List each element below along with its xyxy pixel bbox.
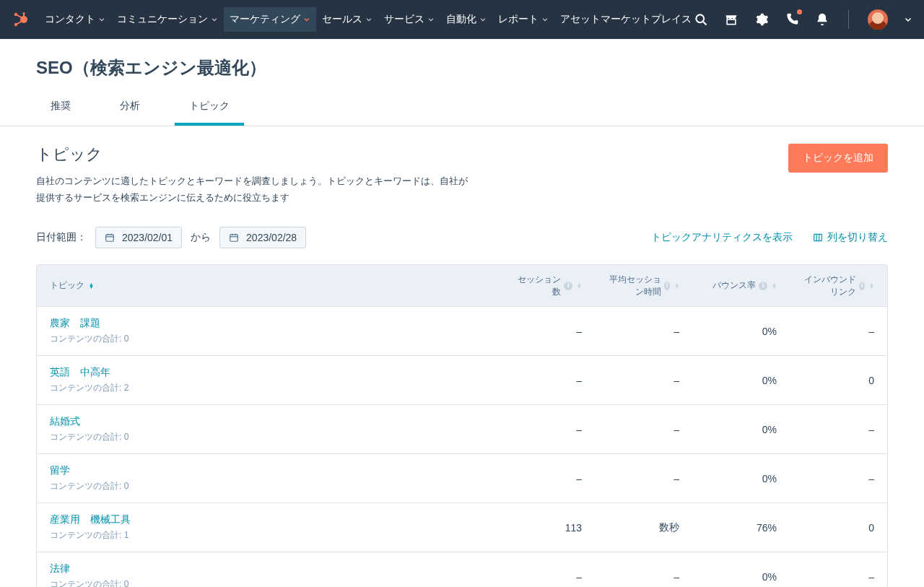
search-icon[interactable] <box>694 12 708 27</box>
cell-sessions: – <box>497 424 595 435</box>
topic-link[interactable]: 農家 課題 <box>50 317 484 330</box>
sort-icon: ▲▼ <box>577 283 582 289</box>
cell-avg: – <box>595 326 692 337</box>
topic-link[interactable]: 留学 <box>50 464 484 477</box>
analytics-link[interactable]: トピックアナリティクスを表示 <box>651 231 793 244</box>
date-from-value: 2023/02/01 <box>122 232 173 243</box>
topics-table: トピック ▲▼ セッション数 i ▲▼ 平均セッション時間 i ▲▼ バウンス率… <box>36 264 888 587</box>
tab-0[interactable]: 推奨 <box>36 92 85 126</box>
date-from-input[interactable]: 2023/02/01 <box>95 227 182 248</box>
date-range-label: 日付範囲： <box>36 231 87 244</box>
topic-content-total: コンテンツの合計: 0 <box>50 578 484 587</box>
svg-rect-6 <box>727 19 736 25</box>
cell-avg: – <box>595 375 692 386</box>
cell-sessions: 113 <box>497 522 595 534</box>
chevron-down-icon <box>427 16 435 23</box>
page-title: SEO（検索エンジン最適化） <box>36 56 888 79</box>
nav-item-label: コミュニケーション <box>117 13 208 26</box>
sort-icon: ▲▼ <box>89 283 94 289</box>
topic-link[interactable]: 結婚式 <box>50 415 484 428</box>
cell-value: – <box>868 571 874 583</box>
date-range-separator: から <box>191 231 211 244</box>
cell-value: – <box>868 473 874 484</box>
hubspot-logo[interactable] <box>12 11 29 28</box>
svg-rect-11 <box>230 235 238 241</box>
date-to-value: 2023/02/28 <box>246 232 297 243</box>
toggle-columns-link[interactable]: 列を切り替え <box>813 231 888 244</box>
phone-icon[interactable] <box>785 12 799 27</box>
cell-bounce: 76% <box>692 522 790 534</box>
gear-icon[interactable] <box>754 12 769 27</box>
topic-content-total: コンテンツの合計: 1 <box>50 529 484 542</box>
cell-value: 0% <box>762 424 777 435</box>
date-range: 日付範囲： 2023/02/01 から 2023/02/28 <box>36 227 306 248</box>
nav-item-1[interactable]: コミュニケーション <box>111 7 224 32</box>
calendar-icon <box>229 232 239 243</box>
nav-item-label: マーケティング <box>230 13 300 26</box>
tab-1[interactable]: 分析 <box>105 92 154 126</box>
th-avg-session[interactable]: 平均セッション時間 i ▲▼ <box>595 265 692 307</box>
cell-value: 0 <box>868 375 874 386</box>
nav-item-label: コンタクト <box>45 13 95 26</box>
nav-item-4[interactable]: サービス <box>378 7 440 32</box>
cell-value: 数秒 <box>659 521 679 534</box>
cell-bounce: 0% <box>692 473 790 484</box>
nav-item-7[interactable]: アセットマーケットプレイス <box>554 7 691 32</box>
cell-sessions: – <box>497 571 595 583</box>
page-content: トピック 自社のコンテンツに適したトピックとキーワードを調査しましょう。トピック… <box>0 126 924 587</box>
add-topic-button[interactable]: トピックを追加 <box>788 144 888 173</box>
chevron-down-icon <box>479 16 487 23</box>
topic-content-total: コンテンツの合計: 0 <box>50 431 484 443</box>
date-to-input[interactable]: 2023/02/28 <box>219 227 306 248</box>
cell-value: – <box>674 375 679 386</box>
table-row: 法律コンテンツの合計: 0––0%– <box>37 552 887 587</box>
nav-item-label: 自動化 <box>446 13 476 26</box>
nav-item-6[interactable]: レポート <box>492 7 554 32</box>
section-header: トピック 自社のコンテンツに適したトピックとキーワードを調査しましょう。トピック… <box>36 144 888 206</box>
th-topic[interactable]: トピック ▲▼ <box>37 265 497 307</box>
account-chevron-down-icon[interactable] <box>904 12 912 27</box>
cell-value: 0 <box>868 522 874 534</box>
cell-topic: 留学コンテンツの合計: 0 <box>37 464 497 492</box>
nav-item-label: レポート <box>498 13 539 26</box>
tab-2[interactable]: トピック <box>175 92 244 126</box>
topic-content-total: コンテンツの合計: 0 <box>50 333 484 345</box>
cell-sessions: – <box>497 375 595 386</box>
nav-item-0[interactable]: コンタクト <box>39 7 111 32</box>
nav-item-3[interactable]: セールス <box>316 7 378 32</box>
marketplace-icon[interactable] <box>724 12 738 27</box>
th-inbound[interactable]: インバウンドリンク i ▲▼ <box>790 265 887 307</box>
svg-rect-15 <box>814 234 822 240</box>
cell-sessions: – <box>497 326 595 337</box>
cell-inbound: – <box>790 571 887 583</box>
cell-inbound: 0 <box>790 522 887 534</box>
cell-value: 76% <box>757 522 777 534</box>
table-row: 英語 中高年コンテンツの合計: 2––0%0 <box>37 356 887 405</box>
table-row: 農家 課題コンテンツの合計: 0––0%– <box>37 307 887 356</box>
page-header: SEO（検索エンジン最適化） 推奨分析トピック <box>0 39 924 126</box>
cell-topic: 産業用 機械工具コンテンツの合計: 1 <box>37 513 497 542</box>
section-title: トピック <box>36 144 469 165</box>
th-sessions[interactable]: セッション数 i ▲▼ <box>497 265 595 307</box>
chevron-down-icon <box>541 16 549 23</box>
controls-row: 日付範囲： 2023/02/01 から 2023/02/28 トピックアナリティ… <box>36 227 888 248</box>
cell-bounce: 0% <box>692 326 790 337</box>
avatar[interactable] <box>868 9 888 30</box>
topic-link[interactable]: 英語 中高年 <box>50 366 484 379</box>
th-bounce[interactable]: バウンス率 i ▲▼ <box>692 265 790 307</box>
sort-icon: ▲▼ <box>869 283 874 289</box>
cell-bounce: 0% <box>692 424 790 435</box>
nav-item-2[interactable]: マーケティング <box>224 7 316 32</box>
nav-item-5[interactable]: 自動化 <box>440 7 492 32</box>
cell-value: – <box>576 326 582 337</box>
chevron-down-icon <box>303 16 310 23</box>
cell-value: – <box>868 424 874 435</box>
cell-value: 0% <box>762 326 777 337</box>
cell-value: 0% <box>762 375 777 386</box>
cell-value: – <box>674 473 679 484</box>
topic-link[interactable]: 法律 <box>50 562 484 575</box>
topic-link[interactable]: 産業用 機械工具 <box>50 513 484 526</box>
top-nav: コンタクトコミュニケーションマーケティングセールスサービス自動化レポートアセット… <box>0 0 924 39</box>
cell-inbound: – <box>790 424 887 435</box>
bell-icon[interactable] <box>815 12 829 27</box>
